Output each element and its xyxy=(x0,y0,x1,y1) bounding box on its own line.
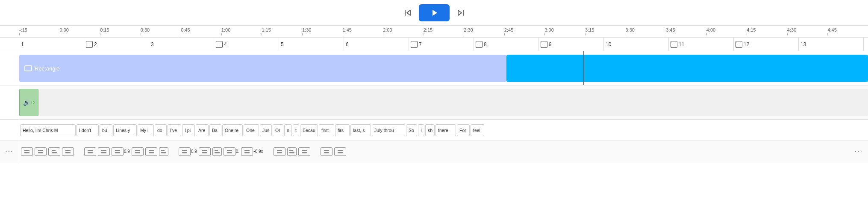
control-block[interactable] xyxy=(274,145,285,158)
measure-cell[interactable]: 13 xyxy=(799,38,864,51)
caption-chip[interactable]: feel xyxy=(471,124,484,136)
measure-icon xyxy=(476,41,483,48)
svg-rect-34 xyxy=(289,150,293,151)
control-block[interactable] xyxy=(212,145,222,158)
measure-cell[interactable]: 2 xyxy=(84,38,149,51)
control-block[interactable] xyxy=(132,145,144,158)
audio-block[interactable]: 🔊 D xyxy=(19,89,38,116)
caption-chip[interactable]: t xyxy=(293,124,299,136)
captions-row: Hello, I'm Chris MI don'tbuLines yMy ldo… xyxy=(0,120,868,141)
caption-chip[interactable]: last, s xyxy=(350,124,371,136)
control-block[interactable] xyxy=(35,145,47,158)
audio-block-label: D xyxy=(31,100,35,105)
measure-cell[interactable]: 8 xyxy=(474,38,539,51)
ruler-mark: 4:30 xyxy=(787,27,796,35)
svg-rect-6 xyxy=(52,150,56,151)
measure-cell[interactable]: 11 xyxy=(669,38,734,51)
control-block[interactable] xyxy=(159,145,168,158)
control-block[interactable] xyxy=(84,145,96,158)
caption-chip[interactable]: firs xyxy=(335,124,350,136)
svg-marker-0 xyxy=(433,10,437,16)
ruler-mark: 1:00 xyxy=(221,27,230,35)
measure-cell[interactable]: 6 xyxy=(344,38,409,51)
controls-content: 0.90.90.•0.9x··· xyxy=(19,141,868,162)
caption-chip[interactable]: One xyxy=(244,124,259,136)
measure-cell[interactable]: 7 xyxy=(409,38,474,51)
transport-bar xyxy=(0,0,868,26)
ctrl-icon xyxy=(274,147,285,156)
measure-cell[interactable]: 4 xyxy=(214,38,279,51)
caption-chip[interactable]: sh xyxy=(425,124,435,136)
caption-chip[interactable]: For xyxy=(457,124,470,136)
svg-rect-32 xyxy=(277,150,282,151)
measure-cell[interactable]: 12 xyxy=(734,38,799,51)
svg-rect-24 xyxy=(202,150,207,151)
control-block[interactable] xyxy=(321,145,332,158)
caption-chip[interactable]: n xyxy=(284,124,292,136)
control-block[interactable]: 0.9 xyxy=(112,145,130,158)
ctrl-icon xyxy=(84,147,96,156)
measure-cell[interactable]: 3 xyxy=(149,38,214,51)
caption-chip[interactable]: Jus xyxy=(260,124,272,136)
ctrl-icon-speed xyxy=(112,147,124,156)
svg-rect-8 xyxy=(65,150,71,151)
control-block[interactable] xyxy=(199,145,211,158)
control-block[interactable] xyxy=(334,145,346,158)
control-block[interactable] xyxy=(48,145,60,158)
caption-chip[interactable]: Lines y xyxy=(113,124,137,136)
audio-track: 🔊 D xyxy=(0,85,868,120)
control-block[interactable]: 0. xyxy=(224,145,239,158)
skip-back-button[interactable] xyxy=(400,5,415,21)
caption-chip[interactable]: So xyxy=(406,124,417,136)
controls-dots-right[interactable]: ··· xyxy=(855,148,866,155)
measure-cell[interactable]: 9 xyxy=(539,38,604,51)
caption-chip[interactable]: I've xyxy=(168,124,181,136)
control-block[interactable] xyxy=(62,145,74,158)
control-block[interactable] xyxy=(287,145,297,158)
svg-rect-12 xyxy=(101,150,106,151)
caption-chip[interactable]: I pi xyxy=(182,124,195,136)
caption-chip[interactable]: there xyxy=(435,124,456,136)
caption-chip[interactable]: My l xyxy=(138,124,154,136)
control-block[interactable] xyxy=(98,145,110,158)
ruler-mark: 2:15 xyxy=(424,27,433,35)
audio-icon: 🔊 xyxy=(23,99,30,106)
caption-chip[interactable]: Hello, I'm Chris M xyxy=(20,124,76,136)
ruler-mark: 4:00 xyxy=(706,27,715,35)
caption-chip[interactable]: I xyxy=(418,124,424,136)
control-block[interactable] xyxy=(298,145,310,158)
caption-chip[interactable]: One re xyxy=(222,124,243,136)
caption-chip[interactable]: bu xyxy=(100,124,112,136)
caption-chip[interactable]: Or xyxy=(273,124,283,136)
caption-chip[interactable]: do xyxy=(155,124,167,136)
rect-block-light[interactable]: Rectangle xyxy=(19,55,506,82)
svg-rect-13 xyxy=(101,152,106,153)
caption-chip[interactable]: first xyxy=(319,124,334,136)
control-block[interactable] xyxy=(21,145,33,158)
caption-chip[interactable]: Are xyxy=(196,124,209,136)
svg-rect-30 xyxy=(244,150,250,151)
measure-icon xyxy=(671,41,677,48)
ctrl-icon-left-small xyxy=(212,147,222,156)
caption-chip[interactable]: Ba xyxy=(209,124,221,136)
control-block[interactable]: •0.9x xyxy=(241,145,263,158)
svg-rect-3 xyxy=(24,152,29,153)
measure-cell[interactable]: 5 xyxy=(279,38,344,51)
skip-forward-button[interactable] xyxy=(453,5,468,21)
svg-rect-36 xyxy=(302,150,307,151)
caption-chip[interactable]: July throu xyxy=(372,124,405,136)
controls-dots-left[interactable]: ··· xyxy=(5,148,13,155)
ruler-mark: 0:45 xyxy=(181,27,190,35)
caption-chip[interactable]: Becau xyxy=(300,124,318,136)
rect-block-blue[interactable] xyxy=(506,55,868,82)
ctrl-icon xyxy=(321,147,332,156)
control-block[interactable]: 0.9 xyxy=(179,145,197,158)
play-button[interactable] xyxy=(419,4,450,21)
ruler-track: -:150:000:150:300:451:001:151:301:452:00… xyxy=(19,26,868,37)
measure-cell[interactable]: 1 xyxy=(19,38,84,51)
svg-rect-38 xyxy=(324,150,329,151)
control-block[interactable] xyxy=(145,145,157,158)
svg-rect-41 xyxy=(338,152,343,153)
measure-cell[interactable]: 10 xyxy=(604,38,669,51)
caption-chip[interactable]: I don't xyxy=(77,124,99,136)
